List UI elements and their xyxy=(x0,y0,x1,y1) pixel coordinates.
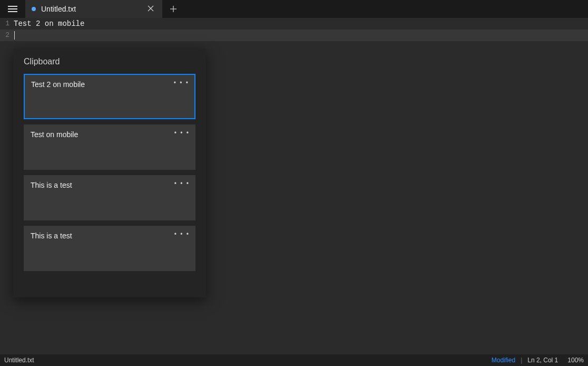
clipboard-title: Clipboard xyxy=(24,57,195,66)
clipboard-item-more-button[interactable]: • • • xyxy=(174,180,190,187)
clipboard-item[interactable]: This is a test• • • xyxy=(24,175,195,220)
status-position: Ln 2, Col 1 xyxy=(527,357,558,364)
tab-title: Untitled.txt xyxy=(41,5,76,13)
hamburger-menu-button[interactable] xyxy=(0,0,25,18)
new-tab-button[interactable] xyxy=(162,0,184,18)
clipboard-item-more-button[interactable]: • • • xyxy=(174,79,189,86)
unsaved-dot-icon xyxy=(32,7,36,11)
status-bar: Untitled.txt Modified | Ln 2, Col 1 100% xyxy=(0,354,588,366)
clipboard-item-text: Test 2 on mobile xyxy=(31,80,85,89)
line-number: 1 xyxy=(0,18,12,30)
status-modified: Modified xyxy=(492,357,515,364)
line-number: 2 xyxy=(0,30,12,41)
hamburger-icon xyxy=(8,6,17,12)
clipboard-history-panel: Clipboard Test 2 on mobile• • •Test on m… xyxy=(13,49,206,297)
status-zoom[interactable]: 100% xyxy=(567,357,584,364)
clipboard-item[interactable]: This is a test• • • xyxy=(24,226,195,271)
editor-line[interactable]: 2 xyxy=(0,30,588,41)
clipboard-item-more-button[interactable]: • • • xyxy=(174,230,190,238)
clipboard-item-text: Test on mobile xyxy=(31,130,78,139)
title-bar: Untitled.txt xyxy=(0,0,588,18)
clipboard-item-text: This is a test xyxy=(31,181,72,189)
editor-line[interactable]: 1Test 2 on mobile xyxy=(0,18,588,30)
close-tab-button[interactable] xyxy=(145,5,156,13)
clipboard-item-text: This is a test xyxy=(31,232,72,240)
clipboard-item-more-button[interactable]: • • • xyxy=(174,129,190,137)
status-separator: | xyxy=(521,357,522,364)
line-text[interactable]: Test 2 on mobile xyxy=(12,18,84,30)
clipboard-item[interactable]: Test on mobile• • • xyxy=(24,124,195,170)
clipboard-item[interactable]: Test 2 on mobile• • • xyxy=(24,74,195,119)
text-caret xyxy=(14,31,15,40)
status-filename: Untitled.txt xyxy=(4,357,492,364)
tab-untitled[interactable]: Untitled.txt xyxy=(25,0,162,18)
plus-icon xyxy=(170,5,177,13)
line-text[interactable] xyxy=(12,30,15,41)
close-icon xyxy=(148,5,154,12)
